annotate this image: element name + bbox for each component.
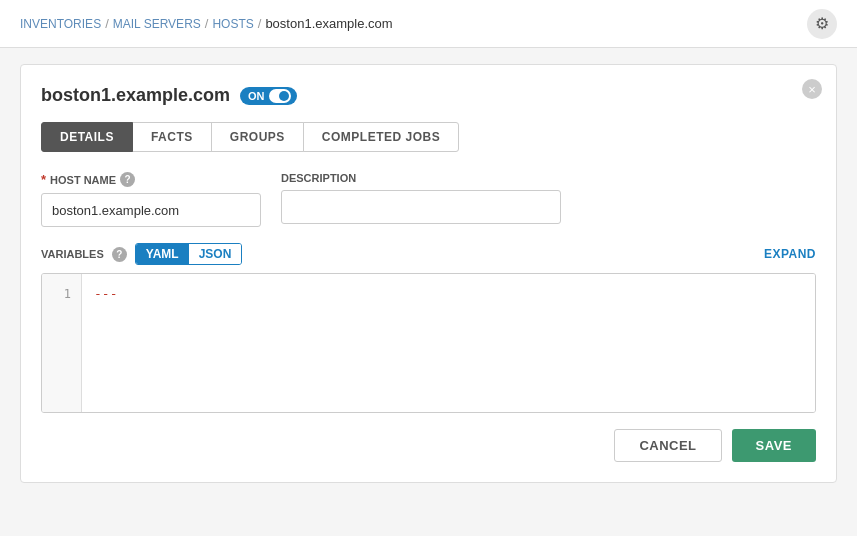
tab-completed-jobs[interactable]: COMPLETED JOBS — [303, 122, 459, 152]
logo-symbol: ⚙ — [815, 14, 829, 33]
line-number-1: 1 — [52, 284, 71, 304]
line-numbers: 1 — [42, 274, 82, 412]
tabs-container: DETAILS FACTS GROUPS COMPLETED JOBS — [41, 122, 816, 152]
card-footer: CANCEL SAVE — [41, 429, 816, 462]
toggle-switch — [269, 89, 291, 103]
main-content: boston1.example.com ON × DETAILS FACTS G… — [0, 48, 857, 536]
variables-help-icon[interactable]: ? — [112, 247, 127, 262]
variables-row: VARIABLES ? YAML JSON EXPAND — [41, 243, 816, 265]
form-row: * HOST NAME ? DESCRIPTION — [41, 172, 816, 227]
logo-icon: ⚙ — [807, 9, 837, 39]
save-button[interactable]: SAVE — [732, 429, 816, 462]
close-button[interactable]: × — [802, 79, 822, 99]
cancel-button[interactable]: CANCEL — [614, 429, 721, 462]
breadcrumb-mail-servers[interactable]: MAIL SERVERS — [113, 17, 201, 31]
host-name-input[interactable] — [41, 193, 261, 227]
yaml-button[interactable]: YAML — [136, 244, 189, 264]
close-icon: × — [808, 83, 816, 96]
card-header: boston1.example.com ON — [41, 85, 816, 106]
breadcrumb-inventories[interactable]: INVENTORIES — [20, 17, 101, 31]
card-title: boston1.example.com — [41, 85, 230, 106]
tab-details[interactable]: DETAILS — [41, 122, 133, 152]
breadcrumb-sep-2: / — [205, 16, 209, 31]
expand-link[interactable]: EXPAND — [764, 247, 816, 261]
breadcrumb-current: boston1.example.com — [265, 16, 392, 31]
breadcrumb-sep-3: / — [258, 16, 262, 31]
required-star: * — [41, 172, 46, 187]
description-input[interactable] — [281, 190, 561, 224]
breadcrumb-sep-1: / — [105, 16, 109, 31]
format-toggle: YAML JSON — [135, 243, 243, 265]
tab-facts[interactable]: FACTS — [132, 122, 212, 152]
description-group: DESCRIPTION — [281, 172, 561, 227]
description-label: DESCRIPTION — [281, 172, 561, 184]
toggle-label: ON — [248, 90, 265, 102]
host-name-label: * HOST NAME ? — [41, 172, 261, 187]
breadcrumb-hosts[interactable]: HOSTS — [212, 17, 253, 31]
variables-label-group: VARIABLES ? YAML JSON — [41, 243, 242, 265]
variables-label: VARIABLES — [41, 248, 104, 260]
top-bar: INVENTORIES / MAIL SERVERS / HOSTS / bos… — [0, 0, 857, 48]
tab-groups[interactable]: GROUPS — [211, 122, 304, 152]
breadcrumb: INVENTORIES / MAIL SERVERS / HOSTS / bos… — [20, 16, 393, 31]
card: boston1.example.com ON × DETAILS FACTS G… — [20, 64, 837, 483]
code-editor: 1 --- — [41, 273, 816, 413]
code-textarea[interactable]: --- — [82, 274, 815, 412]
host-name-help-icon[interactable]: ? — [120, 172, 135, 187]
json-button[interactable]: JSON — [189, 244, 242, 264]
toggle-button[interactable]: ON — [240, 87, 297, 105]
host-name-group: * HOST NAME ? — [41, 172, 261, 227]
page-container: INVENTORIES / MAIL SERVERS / HOSTS / bos… — [0, 0, 857, 536]
